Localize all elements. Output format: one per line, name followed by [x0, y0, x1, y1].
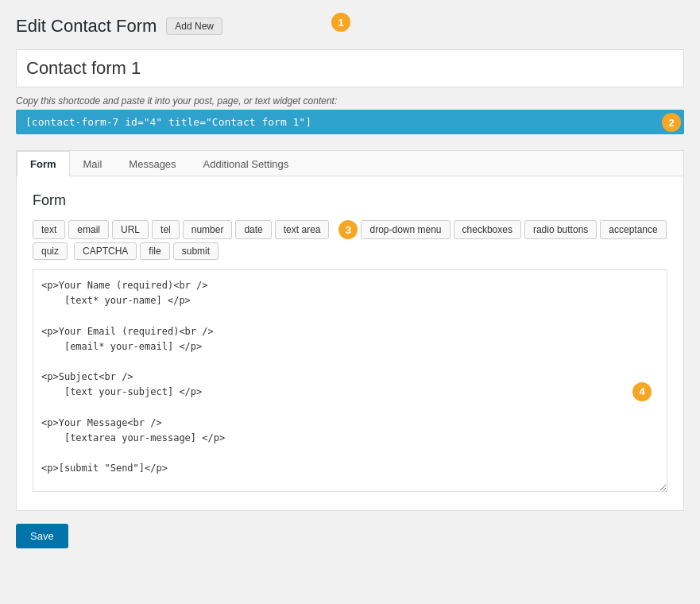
tag-btn-quiz[interactable]: quiz	[33, 242, 68, 260]
tag-btn-checkboxes[interactable]: checkboxes	[454, 220, 521, 239]
tag-btn-dropdown[interactable]: drop-down menu	[361, 220, 450, 239]
tag-btn-tel[interactable]: tel	[152, 220, 180, 239]
tab-messages[interactable]: Messages	[115, 151, 189, 176]
tag-btn-email[interactable]: email	[68, 220, 109, 239]
tab-form-content: Form text email URL tel number date text…	[17, 176, 683, 510]
tag-btn-submit[interactable]: submit	[173, 242, 219, 260]
save-section: Save	[16, 524, 684, 548]
tag-btn-file[interactable]: file	[140, 242, 169, 260]
form-section-title: Form	[33, 192, 667, 209]
tag-btn-date[interactable]: date	[235, 220, 271, 239]
tabs-container: Form Mail Messages Additional Settings F…	[16, 150, 684, 511]
shortcode-bar[interactable]: [contact-form-7 id="4" title="Contact fo…	[16, 110, 684, 134]
form-name-section	[16, 49, 684, 87]
tag-btn-number[interactable]: number	[183, 220, 233, 239]
tabs-header: Form Mail Messages Additional Settings	[17, 151, 683, 176]
shortcode-label: Copy this shortcode and paste it into yo…	[16, 95, 684, 106]
shortcode-section: Copy this shortcode and paste it into yo…	[16, 95, 684, 134]
badge-3: 3	[338, 220, 358, 239]
code-area-wrap: 4	[33, 269, 667, 494]
tag-btn-acceptance[interactable]: acceptance	[600, 220, 666, 239]
save-button[interactable]: Save	[16, 524, 68, 548]
tag-buttons-group: text email URL tel number date text area…	[33, 220, 667, 260]
form-name-input[interactable]	[17, 50, 683, 87]
badge-4: 4	[632, 382, 652, 401]
tag-btn-url[interactable]: URL	[112, 220, 149, 239]
tab-mail[interactable]: Mail	[70, 151, 116, 176]
tag-btn-textarea[interactable]: text area	[275, 220, 330, 239]
form-code-textarea[interactable]	[33, 269, 667, 492]
tag-btn-captcha[interactable]: CAPTCHA	[74, 242, 137, 260]
tag-btn-text[interactable]: text	[33, 220, 65, 239]
badge-2: 2	[662, 113, 681, 132]
tab-additional-settings[interactable]: Additional Settings	[190, 151, 303, 176]
page-title: Edit Contact Form	[16, 16, 157, 37]
tag-btn-radio[interactable]: radio buttons	[524, 220, 597, 239]
tab-form[interactable]: Form	[17, 151, 70, 176]
badge-1: 1	[331, 13, 350, 32]
add-new-button[interactable]: Add New	[166, 17, 222, 35]
